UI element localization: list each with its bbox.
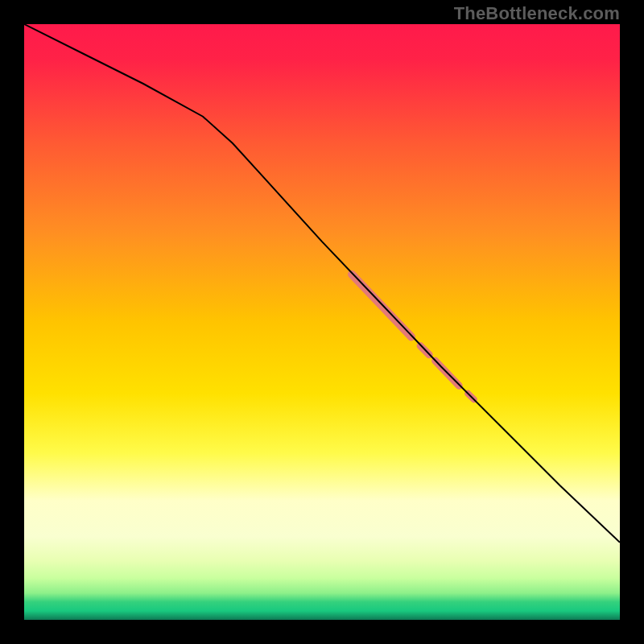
- chart-background-gradient: [24, 24, 620, 620]
- chart-stage: TheBottleneck.com: [0, 0, 644, 644]
- chart-svg: [24, 24, 620, 620]
- watermark-text: TheBottleneck.com: [454, 3, 620, 24]
- chart-plot-area: [24, 24, 620, 620]
